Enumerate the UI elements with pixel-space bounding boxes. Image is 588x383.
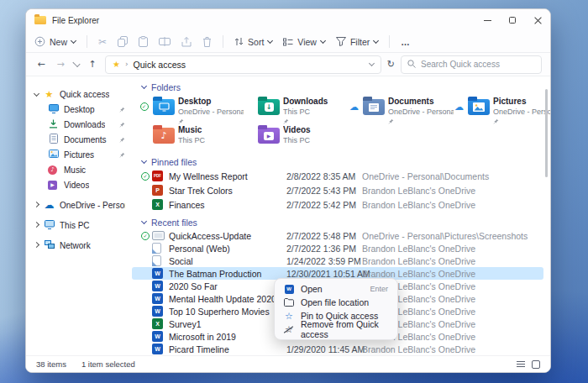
chevron-right-icon[interactable] (34, 201, 39, 207)
new-plus-icon (34, 36, 45, 47)
file-explorer-window: File Explorer New ✂ Sort View (25, 8, 551, 373)
file-row[interactable]: Social 1/24/2022 3:59 PM Brandon LeBlanc… (132, 254, 543, 267)
folder-tile-downloads[interactable]: ↓ DownloadsThis PC (244, 94, 349, 123)
toolbar-divider (223, 35, 223, 48)
details-view-icon[interactable] (517, 360, 525, 368)
document-file-icon (152, 255, 161, 266)
delete-button[interactable] (202, 37, 212, 47)
close-button[interactable] (525, 9, 550, 31)
paste-button[interactable] (139, 36, 148, 47)
filter-button[interactable]: Filter (336, 37, 378, 47)
breadcrumb-location[interactable]: Quick access (134, 60, 186, 70)
sort-label: Sort (248, 37, 264, 47)
file-row[interactable]: ✓ PDF My Wellness Report 2/8/2022 8:35 A… (132, 169, 543, 183)
title-bar: File Explorer (26, 9, 550, 31)
videos-folder-icon: ▶ (258, 128, 280, 144)
downloads-icon (48, 119, 59, 130)
pin-icon (493, 118, 499, 124)
file-row[interactable]: X Finances 2/7/2022 5:42 PM Brandon LeBl… (132, 197, 543, 212)
context-menu-item-open-file-location[interactable]: Open file location (278, 296, 394, 309)
sort-icon (234, 37, 244, 46)
documents-folder-icon (363, 99, 385, 115)
see-more-button[interactable]: … (401, 37, 411, 47)
forward-button[interactable]: → (54, 60, 67, 69)
file-row[interactable]: W Picard Timeline 1/29/2020 11:45 AM Bra… (132, 343, 543, 355)
sync-check-icon: ✓ (141, 172, 150, 181)
maximize-icon (509, 17, 516, 24)
context-menu-item-open[interactable]: W Open Enter (278, 282, 394, 296)
rename-button[interactable] (159, 37, 171, 46)
maximize-button[interactable] (500, 9, 525, 31)
chevron-right-icon[interactable] (34, 241, 39, 247)
chevron-right-icon[interactable] (34, 221, 39, 227)
folder-tile-desktop[interactable]: ✓ DesktopOneDrive - Personal (139, 94, 244, 123)
context-menu: W Open Enter Open file location ☆ Pin to… (274, 278, 398, 340)
toolbar-divider (87, 35, 87, 48)
folder-tile-pictures[interactable]: ☁ PicturesOneDrive - Personal (454, 94, 550, 123)
sidebar-item-quick-access[interactable]: ★ Quick access (26, 87, 132, 102)
status-bar: 38 items 1 item selected (26, 355, 550, 372)
pictures-folder-icon (468, 99, 490, 115)
word-icon: W (152, 281, 163, 291)
search-icon (407, 60, 416, 70)
sidebar-item-pictures[interactable]: Pictures (26, 147, 132, 162)
sync-check-icon: ✓ (140, 102, 149, 111)
word-icon: W (285, 285, 294, 294)
recent-locations-chevron[interactable] (72, 60, 80, 67)
word-icon: W (152, 306, 163, 317)
star-outline-icon: ☆ (284, 312, 294, 321)
word-icon: W (152, 331, 163, 342)
folder-tile-music[interactable]: ♪ MusicThis PC (139, 123, 244, 151)
minimize-button[interactable] (475, 9, 500, 31)
folder-tile-documents[interactable]: ☁ DocumentsOneDrive - Personal (349, 94, 454, 123)
cloud-sync-icon: ☁ (349, 102, 359, 112)
new-label: New (50, 37, 67, 47)
sidebar-item-desktop[interactable]: Desktop (26, 102, 132, 117)
back-button[interactable]: ← (34, 60, 48, 69)
chevron-down-icon[interactable] (34, 90, 39, 96)
sidebar-item-this-pc[interactable]: This PC (26, 218, 132, 233)
folder-tile-videos[interactable]: ▶ VideosThis PC (244, 123, 349, 151)
file-row[interactable]: Personal (Web) 2/7/2022 1:36 PM Brandon … (132, 242, 543, 254)
refresh-button[interactable]: ↻ (387, 60, 395, 69)
file-row[interactable]: ✓ QuickAccess-Update 2/7/2022 5:48 PM On… (132, 229, 543, 242)
cut-button[interactable]: ✂ (98, 37, 107, 47)
address-dropdown-chevron[interactable] (369, 60, 375, 66)
word-icon: W (152, 344, 163, 354)
section-header-pinned-files[interactable]: Pinned files (142, 156, 550, 167)
copy-button[interactable] (118, 36, 128, 47)
chevron-down-icon (71, 38, 76, 44)
word-icon: W (152, 268, 163, 279)
share-button[interactable] (181, 37, 192, 47)
toolbar-divider (389, 35, 390, 48)
document-icon (48, 134, 59, 145)
sort-button[interactable]: Sort (234, 37, 272, 47)
section-header-folders[interactable]: Folders (142, 81, 550, 92)
sidebar-item-downloads[interactable]: Downloads (26, 117, 132, 132)
excel-icon: X (152, 199, 163, 210)
pinned-files-list: ✓ PDF My Wellness Report 2/8/2022 8:35 A… (132, 169, 550, 212)
desktop-folder-icon (153, 99, 175, 115)
sidebar-item-network[interactable]: Network (26, 238, 132, 253)
new-button[interactable]: New (34, 36, 76, 47)
chevron-down-icon (267, 38, 273, 44)
app-folder-icon (34, 16, 46, 24)
breadcrumb[interactable]: ★ › Quick access (105, 55, 381, 74)
context-menu-item-remove-from-quick-access[interactable]: ☆ Remove from Quick access (278, 323, 394, 336)
sidebar-item-music[interactable]: ♪ Music (26, 162, 132, 177)
view-button[interactable]: View (283, 37, 325, 47)
music-icon: ♪ (48, 165, 57, 175)
section-header-recent-files[interactable]: Recent files (142, 217, 550, 228)
file-row[interactable]: P Star Trek Colors 2/7/2022 5:43 PM Bran… (132, 183, 543, 197)
pin-icon (388, 118, 394, 124)
up-button[interactable]: ↑ (86, 60, 99, 69)
search-input[interactable] (421, 60, 535, 69)
search-box[interactable] (401, 55, 542, 74)
items-view: Folders ✓ DesktopOneDrive - Personal ↓ D… (132, 76, 550, 357)
sidebar-item-onedrive[interactable]: ☁ OneDrive - Personal (26, 197, 132, 212)
large-icons-view-icon[interactable] (532, 360, 540, 369)
vertical-scrollbar[interactable] (545, 89, 548, 177)
sidebar-item-videos[interactable]: ▶ Videos (26, 177, 132, 192)
sidebar-item-documents[interactable]: Documents (26, 132, 132, 147)
pin-icon (119, 150, 125, 160)
